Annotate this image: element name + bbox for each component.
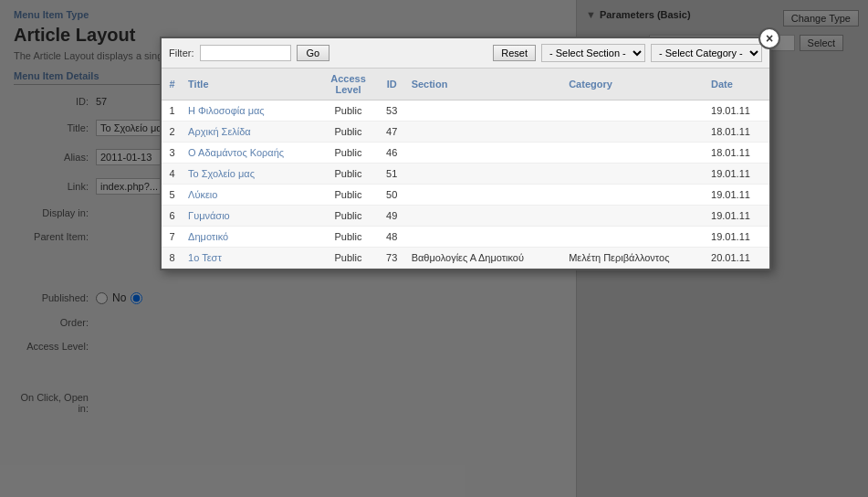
table-row[interactable]: 6 Γυμνάσιο Public 49 19.01.11: [162, 206, 769, 227]
reset-button[interactable]: Reset: [493, 45, 536, 61]
cell-section: [406, 227, 564, 248]
cell-date: 20.01.11: [706, 248, 769, 269]
col-section-header: Section: [406, 69, 564, 100]
article-link[interactable]: Λύκειο: [188, 189, 217, 200]
cell-access: Public: [319, 206, 377, 227]
cell-id: 53: [378, 100, 406, 122]
cell-category: [563, 100, 706, 122]
cell-access: Public: [319, 227, 377, 248]
cell-section: [406, 206, 564, 227]
col-id-header: ID: [378, 69, 406, 100]
cell-date: 18.01.11: [706, 122, 769, 143]
cell-title[interactable]: Το Σχολείο μας: [183, 164, 319, 185]
cell-title[interactable]: Η Φιλοσοφία μας: [183, 100, 319, 122]
col-num-header: #: [162, 69, 183, 100]
cell-date: 19.01.11: [706, 164, 769, 185]
cell-section: [406, 100, 564, 122]
table-row[interactable]: 4 Το Σχολείο μας Public 51 19.01.11: [162, 164, 769, 185]
cell-id: 51: [378, 164, 406, 185]
cell-date: 19.01.11: [706, 227, 769, 248]
select-section[interactable]: - Select Section -: [541, 44, 645, 62]
article-link[interactable]: Ο Αδαμάντος Κοραής: [188, 147, 284, 158]
cell-num: 8: [162, 248, 183, 269]
cell-category: Μελέτη Περιβάλλοντος: [563, 248, 706, 269]
cell-num: 2: [162, 122, 183, 143]
table-row[interactable]: 5 Λύκειο Public 50 19.01.11: [162, 185, 769, 206]
cell-category: [563, 206, 706, 227]
cell-section: [406, 143, 564, 164]
article-link[interactable]: Αρχική Σελίδα: [188, 126, 251, 137]
cell-num: 3: [162, 143, 183, 164]
cell-access: Public: [319, 100, 377, 122]
cell-category: [563, 164, 706, 185]
cell-title[interactable]: Γυμνάσιο: [183, 206, 319, 227]
cell-date: 18.01.11: [706, 143, 769, 164]
cell-id: 50: [378, 185, 406, 206]
modal-toolbar: Filter: Go Reset - Select Section - - Se…: [162, 38, 769, 69]
table-row[interactable]: 2 Αρχική Σελίδα Public 47 18.01.11: [162, 122, 769, 143]
col-title-header: Title: [183, 69, 319, 100]
cell-id: 47: [378, 122, 406, 143]
modal-dialog: × Filter: Go Reset - Select Section - - …: [160, 37, 771, 270]
cell-date: 19.01.11: [706, 185, 769, 206]
cell-id: 73: [378, 248, 406, 269]
articles-table: # Title AccessLevel ID Section Category …: [162, 69, 769, 269]
filter-input[interactable]: [200, 45, 291, 61]
cell-access: Public: [319, 248, 377, 269]
col-category-header: Category: [563, 69, 706, 100]
cell-title[interactable]: Δημοτικό: [183, 227, 319, 248]
cell-num: 1: [162, 100, 183, 122]
cell-title[interactable]: Λύκειο: [183, 185, 319, 206]
go-button[interactable]: Go: [297, 45, 330, 61]
cell-section: Βαθμολογίες Α Δημοτικού: [406, 248, 564, 269]
cell-num: 4: [162, 164, 183, 185]
filter-label: Filter:: [169, 48, 194, 58]
cell-num: 6: [162, 206, 183, 227]
col-date-header: Date: [706, 69, 769, 100]
cell-title[interactable]: 1ο Τεστ: [183, 248, 319, 269]
cell-date: 19.01.11: [706, 206, 769, 227]
cell-id: 46: [378, 143, 406, 164]
table-row[interactable]: 1 Η Φιλοσοφία μας Public 53 19.01.11: [162, 100, 769, 122]
cell-title[interactable]: Ο Αδαμάντος Κοραής: [183, 143, 319, 164]
cell-access: Public: [319, 185, 377, 206]
cell-category: [563, 227, 706, 248]
cell-access: Public: [319, 122, 377, 143]
cell-category: [563, 185, 706, 206]
article-link[interactable]: Το Σχολείο μας: [188, 168, 255, 179]
select-category[interactable]: - Select Category -: [651, 44, 762, 62]
cell-access: Public: [319, 143, 377, 164]
modal-table-container[interactable]: # Title AccessLevel ID Section Category …: [162, 69, 769, 269]
cell-category: [563, 143, 706, 164]
cell-section: [406, 122, 564, 143]
cell-date: 19.01.11: [706, 100, 769, 122]
table-row[interactable]: 3 Ο Αδαμάντος Κοραής Public 46 18.01.11: [162, 143, 769, 164]
cell-id: 49: [378, 206, 406, 227]
close-button[interactable]: ×: [758, 27, 780, 49]
article-link[interactable]: Δημοτικό: [188, 231, 228, 242]
article-link[interactable]: Γυμνάσιο: [188, 210, 230, 221]
col-access-header: AccessLevel: [319, 69, 377, 100]
cell-section: [406, 164, 564, 185]
article-link[interactable]: Η Φιλοσοφία μας: [188, 105, 265, 116]
table-row[interactable]: 8 1ο Τεστ Public 73 Βαθμολογίες Α Δημοτι…: [162, 248, 769, 269]
cell-access: Public: [319, 164, 377, 185]
cell-num: 5: [162, 185, 183, 206]
table-row[interactable]: 7 Δημοτικό Public 48 19.01.11: [162, 227, 769, 248]
cell-id: 48: [378, 227, 406, 248]
cell-category: [563, 122, 706, 143]
cell-section: [406, 185, 564, 206]
article-link[interactable]: 1ο Τεστ: [188, 252, 222, 263]
cell-num: 7: [162, 227, 183, 248]
cell-title[interactable]: Αρχική Σελίδα: [183, 122, 319, 143]
